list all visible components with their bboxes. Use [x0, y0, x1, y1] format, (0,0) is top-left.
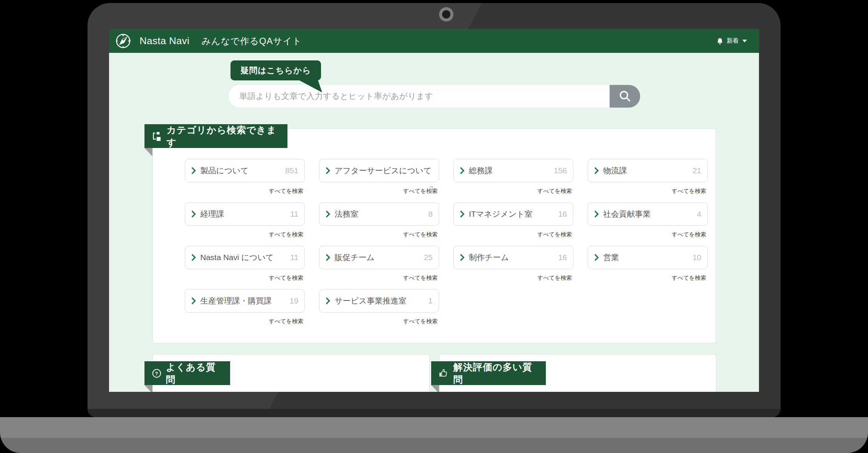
category-cell: 営業 10 すべてを検索	[588, 246, 708, 282]
bell-icon	[716, 37, 724, 45]
svg-text:N: N	[122, 34, 124, 37]
category-label: アフターサービスについて	[335, 165, 432, 176]
category-label: 制作チーム	[469, 252, 509, 263]
category-label: 社会貢献事業	[603, 209, 651, 219]
category-cell: 制作チーム 16 すべてを検索	[453, 246, 573, 282]
search-button[interactable]	[610, 85, 640, 108]
category-count: 4	[694, 210, 701, 219]
category-tile[interactable]: サービス事業推進室 1	[319, 289, 439, 313]
category-count: 25	[421, 253, 433, 262]
chevron-right-icon	[460, 210, 464, 218]
category-label: 物流課	[603, 165, 627, 176]
category-cell: 生産管理課・購買課 19 すべてを検索	[185, 289, 305, 325]
search-all-link[interactable]: すべてを検索	[588, 188, 708, 195]
category-cell: 社会貢献事業 4 すべてを検索	[588, 202, 708, 238]
category-count: 11	[287, 210, 298, 219]
chevron-right-icon	[191, 254, 196, 261]
category-count: 2	[426, 184, 433, 193]
category-cell: 総務課 156 すべてを検索	[453, 159, 573, 195]
category-label: 生産管理課・購買課	[200, 296, 272, 306]
site-header: N S E W Nasta Navi みんなで作るQAサイト 新着	[109, 29, 759, 53]
compass-logo-icon: N S E W	[115, 33, 131, 49]
category-tile[interactable]: 生産管理課・購買課 19	[185, 289, 305, 313]
category-label: 販促チーム	[335, 252, 375, 263]
category-label: 総務課	[469, 165, 493, 176]
category-tile[interactable]: ITマネジメント室 16	[453, 202, 573, 226]
category-count: 10	[690, 253, 701, 262]
search-all-link[interactable]: すべてを検索	[588, 274, 708, 282]
question-circle-icon: ?	[152, 368, 161, 378]
chevron-right-icon	[191, 210, 196, 218]
categories-ribbon: カテゴリから検索できます	[144, 124, 287, 148]
faq-ribbon-label: よくある質問	[166, 361, 223, 386]
category-cell: 販促チーム 25 すべてを検索	[319, 246, 439, 282]
search-all-link[interactable]: すべてを検索	[185, 274, 305, 282]
search-all-link[interactable]: すべてを検索	[319, 231, 439, 238]
chevron-right-icon	[191, 167, 196, 174]
ribbon-fold	[144, 385, 152, 392]
search-all-link[interactable]: すべてを検索	[319, 188, 439, 195]
category-tile[interactable]: 営業 10	[588, 246, 708, 269]
thumbs-up-icon	[439, 368, 449, 378]
category-cell: 経理課 11 すべてを検索	[185, 202, 305, 238]
category-count: 11	[287, 253, 298, 262]
category-cell: サービス事業推進室 1 すべてを検索	[319, 289, 439, 325]
resolved-ribbon-label: 解決評価の多い質問	[453, 361, 538, 386]
chevron-right-icon	[326, 297, 330, 305]
category-tile[interactable]: 販促チーム 25	[319, 246, 439, 269]
search-all-link[interactable]: すべてを検索	[453, 274, 573, 282]
category-count: 851	[282, 166, 298, 175]
category-count: 1	[425, 296, 433, 305]
chevron-right-icon	[460, 254, 464, 261]
category-cell: 物流課 21 すべてを検索	[588, 159, 708, 195]
category-grid: 製品について 851 すべてを検索 アフターサービスについて 2 すべてを検索 …	[185, 159, 708, 325]
category-cell: 法務室 8 すべてを検索	[319, 202, 439, 238]
category-tile[interactable]: 制作チーム 16	[453, 246, 573, 269]
category-count: 21	[690, 166, 701, 175]
ribbon-fold	[431, 385, 439, 392]
svg-text:?: ?	[155, 370, 158, 376]
chevron-right-icon	[326, 254, 330, 261]
search-all-link[interactable]: すべてを検索	[319, 274, 439, 282]
category-count: 156	[551, 166, 567, 175]
category-label: ITマネジメント室	[469, 209, 533, 219]
chevron-down-icon	[742, 40, 747, 42]
webcam	[439, 7, 453, 22]
search-all-link[interactable]: すべてを検索	[185, 188, 305, 195]
category-tile[interactable]: 社会貢献事業 4	[588, 202, 708, 226]
chevron-right-icon	[191, 297, 196, 305]
chevron-right-icon	[326, 167, 330, 174]
notifications-menu[interactable]: 新着	[716, 37, 747, 45]
site-tagline: みんなで作るQAサイト	[201, 35, 302, 47]
search-all-link[interactable]: すべてを検索	[588, 231, 708, 238]
ribbon-fold	[144, 148, 152, 156]
category-tile[interactable]: 製品について 851	[185, 159, 305, 182]
search-all-link[interactable]: すべてを検索	[185, 231, 305, 238]
chevron-right-icon	[594, 254, 599, 261]
category-tile[interactable]: 経理課 11	[185, 202, 305, 226]
category-tile[interactable]: 物流課 21	[588, 159, 708, 182]
chevron-right-icon	[326, 210, 330, 218]
site-title: Nasta Navi	[140, 35, 189, 47]
laptop-base	[0, 417, 868, 453]
search-bar	[229, 85, 640, 108]
category-count: 19	[287, 296, 298, 305]
category-tile[interactable]: 総務課 156	[453, 159, 573, 182]
search-icon	[619, 90, 631, 103]
category-label: 経理課	[200, 209, 224, 219]
category-count: 16	[555, 253, 567, 262]
search-all-link[interactable]: すべてを検索	[453, 231, 573, 238]
search-input[interactable]	[229, 85, 610, 108]
search-all-link[interactable]: すべてを検索	[319, 318, 439, 325]
chevron-right-icon	[594, 210, 599, 218]
category-tile[interactable]: アフターサービスについて 2	[319, 159, 439, 182]
categories-panel: 製品について 851 すべてを検索 アフターサービスについて 2 すべてを検索 …	[152, 128, 716, 344]
search-all-link[interactable]: すべてを検索	[185, 318, 305, 325]
laptop-lid-bottom-edge	[88, 409, 780, 417]
search-tooltip-label: 疑問はこちらから	[240, 65, 311, 76]
webcam-lens-icon	[442, 10, 450, 18]
resolved-ribbon: 解決評価の多い質問	[431, 361, 546, 385]
search-all-link[interactable]: すべてを検索	[453, 188, 573, 195]
category-tile[interactable]: Nasta Navi について 11	[185, 246, 305, 269]
category-tile[interactable]: 法務室 8	[319, 202, 439, 226]
